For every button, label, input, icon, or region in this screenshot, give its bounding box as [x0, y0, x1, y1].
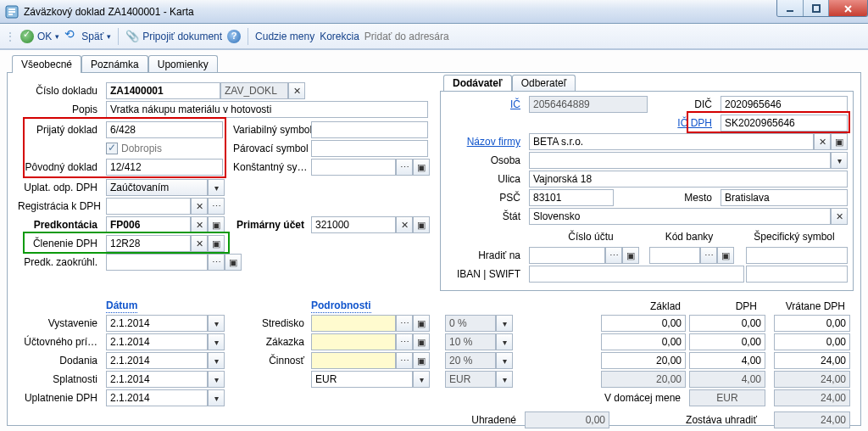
mesto-label: Mesto [666, 192, 717, 204]
iban-swift-label: IBAN | SWIFT [441, 268, 526, 280]
correction-button[interactable]: Korekcia [320, 31, 359, 42]
registracia-clear-button[interactable]: ✕ [191, 198, 208, 215]
ic-label[interactable]: IČ [441, 98, 526, 110]
kod-banky-input[interactable] [649, 247, 700, 264]
close-button[interactable] [828, 0, 867, 17]
rate10-vratane[interactable] [774, 333, 850, 350]
dodania-input[interactable] [106, 352, 208, 369]
nazov-lookup-button[interactable]: ▣ [831, 133, 848, 150]
rate20-select[interactable] [445, 352, 496, 369]
kod-banky-lookup2-button[interactable]: ▣ [717, 247, 734, 264]
tab-poznamka[interactable]: Poznámka [81, 55, 148, 73]
sum-eur-dropdown[interactable] [496, 371, 513, 388]
predkontacia-clear-button[interactable]: ✕ [191, 216, 208, 233]
stat-input[interactable] [529, 208, 831, 225]
cislo-uctu-lookup2-button[interactable]: ▣ [622, 247, 639, 264]
dic-input[interactable] [721, 96, 848, 113]
predkontacia-input[interactable] [106, 216, 191, 233]
rate0-select[interactable] [445, 315, 496, 332]
vystavenie-input[interactable] [106, 315, 208, 332]
predk-zaokruhl-lookup2-button[interactable]: ▣ [225, 254, 242, 271]
rate0-dropdown[interactable] [496, 315, 513, 332]
variabilny-symbol-input[interactable] [311, 121, 428, 138]
add-to-addressbook-button[interactable]: Pridať do adresára [364, 31, 449, 42]
dodania-date-button[interactable] [208, 352, 225, 369]
zakazka-input[interactable] [311, 333, 396, 350]
registracia-kdph-input[interactable] [106, 198, 191, 215]
uplat-odp-dph-label: Uplat. odp. DPH [18, 182, 103, 193]
rate10-zaklad[interactable] [601, 333, 686, 350]
popis-input[interactable] [106, 101, 428, 118]
primarny-ucet-clear-button[interactable]: ✕ [396, 216, 413, 233]
predk-zaokruhl-input[interactable] [106, 254, 208, 271]
clear-1-button[interactable]: ✕ [288, 82, 305, 99]
sum-eur-select[interactable] [445, 371, 496, 388]
registracia-lookup-button[interactable]: ⋯ [208, 198, 225, 215]
kod-banky-lookup-button[interactable]: ⋯ [700, 247, 717, 264]
rate0-dph[interactable] [689, 315, 765, 332]
rate20-zaklad[interactable] [601, 352, 686, 369]
mena-dropdown[interactable] [413, 371, 430, 388]
mesto-input[interactable] [721, 189, 848, 206]
nazov-firmy-input[interactable] [529, 133, 814, 150]
tab-dodavatel[interactable]: Dodávateľ [443, 75, 512, 91]
predk-zaokruhl-lookup-button[interactable]: ⋯ [208, 254, 225, 271]
parovaci-symbol-input[interactable] [311, 140, 428, 157]
vystavenie-date-button[interactable] [208, 315, 225, 332]
ulica-input[interactable] [529, 171, 848, 188]
cinnost-input[interactable] [311, 352, 396, 369]
rate20-dropdown[interactable] [496, 352, 513, 369]
uctovneho-input[interactable] [106, 333, 208, 350]
rate10-select[interactable] [445, 333, 496, 350]
primarny-ucet-input[interactable] [311, 216, 396, 233]
primarny-ucet-lookup-button[interactable]: ▣ [413, 216, 430, 233]
nazov-firmy-label[interactable]: Názov firmy [441, 136, 526, 148]
cinnost-lookup-button[interactable]: ⋯ [396, 352, 413, 369]
tab-upomienky[interactable]: Upomienky [148, 55, 218, 73]
rate10-dropdown[interactable] [496, 333, 513, 350]
maximize-button[interactable] [803, 0, 828, 17]
mena-input[interactable] [311, 371, 413, 388]
rate0-vratane[interactable] [774, 315, 850, 332]
swift-input[interactable] [746, 266, 848, 283]
back-button[interactable]: Späť ▾ [64, 30, 111, 43]
stredisko-lookup-button[interactable]: ⋯ [396, 315, 413, 332]
tab-odberatel[interactable]: Odberateľ [512, 75, 576, 91]
konstantny-symbol-input[interactable] [311, 159, 396, 176]
splatnosti-input[interactable] [106, 371, 208, 388]
tab-vseobecne[interactable]: Všeobecné [12, 55, 81, 73]
uplat-odp-dph-select[interactable] [106, 179, 208, 196]
konst-sym-lookup-button[interactable]: ⋯ [396, 159, 413, 176]
foreign-currencies-button[interactable]: Cudzie meny [255, 31, 314, 42]
rate20-dph[interactable] [689, 352, 765, 369]
uplatnenie-dph-input[interactable] [106, 389, 208, 406]
zakazka-lookup2-button[interactable]: ▣ [413, 333, 430, 350]
minimize-button[interactable] [777, 0, 803, 17]
splatnosti-date-button[interactable] [208, 371, 225, 388]
stredisko-input[interactable] [311, 315, 396, 332]
iban-input[interactable] [529, 266, 744, 283]
rate10-dph[interactable] [689, 333, 765, 350]
zakazka-lookup-button[interactable]: ⋯ [396, 333, 413, 350]
uplat-odp-dph-dropdown[interactable] [208, 179, 225, 196]
cislo-dokladu-input[interactable] [106, 82, 220, 99]
spec-symbol-input[interactable] [746, 247, 848, 264]
predkontacia-lookup-button[interactable]: ▣ [208, 216, 225, 233]
ok-button[interactable]: OK ▾ [20, 30, 59, 43]
stredisko-lookup2-button[interactable]: ▣ [413, 315, 430, 332]
stat-clear-button[interactable]: ✕ [831, 208, 848, 225]
attach-document-button[interactable]: Pripojiť dokument [125, 30, 222, 43]
cislo-uctu-input[interactable] [529, 247, 605, 264]
rate20-vratane[interactable] [774, 352, 850, 369]
cislo-uctu-lookup-button[interactable]: ⋯ [605, 247, 622, 264]
help-icon[interactable]: ? [227, 30, 241, 43]
nazov-clear-button[interactable]: ✕ [814, 133, 831, 150]
konst-sym-lookup2-button[interactable]: ▣ [413, 159, 430, 176]
rate0-zaklad[interactable] [601, 315, 686, 332]
psc-input[interactable] [529, 189, 614, 206]
osoba-dropdown[interactable] [831, 152, 848, 169]
osoba-input[interactable] [529, 152, 831, 169]
uplatnenie-dph-date-button[interactable] [208, 389, 225, 406]
uctovneho-date-button[interactable] [208, 333, 225, 350]
cinnost-lookup2-button[interactable]: ▣ [413, 352, 430, 369]
